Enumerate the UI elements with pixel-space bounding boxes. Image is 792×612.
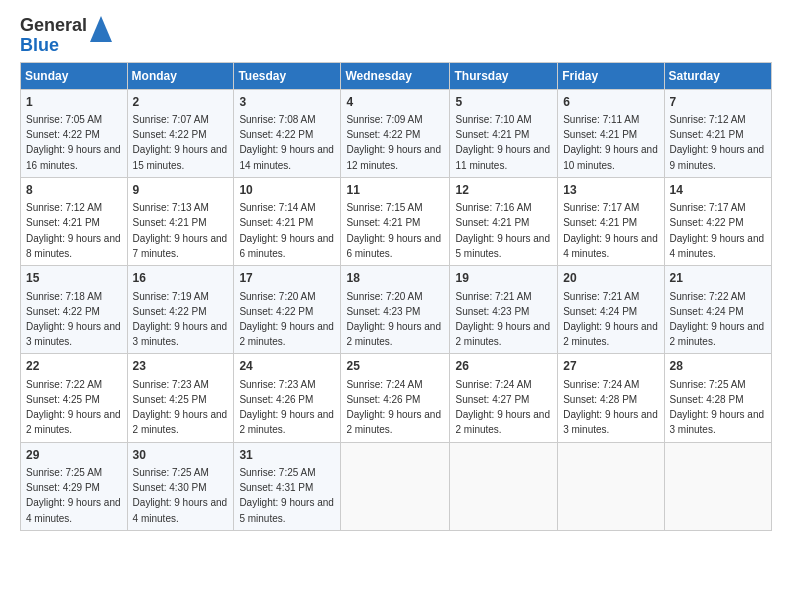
day-number: 6 [563,94,658,111]
day-number: 14 [670,182,766,199]
day-info: Sunrise: 7:23 AMSunset: 4:26 PMDaylight:… [239,379,334,436]
calendar-week-row: 1 Sunrise: 7:05 AMSunset: 4:22 PMDayligh… [21,89,772,177]
svg-marker-0 [90,16,112,42]
day-number: 1 [26,94,122,111]
day-number: 16 [133,270,229,287]
day-info: Sunrise: 7:23 AMSunset: 4:25 PMDaylight:… [133,379,228,436]
day-info: Sunrise: 7:13 AMSunset: 4:21 PMDaylight:… [133,202,228,259]
calendar-day-30: 30 Sunrise: 7:25 AMSunset: 4:30 PMDaylig… [127,442,234,530]
day-info: Sunrise: 7:18 AMSunset: 4:22 PMDaylight:… [26,291,121,348]
calendar-day-13: 13 Sunrise: 7:17 AMSunset: 4:21 PMDaylig… [558,177,664,265]
day-info: Sunrise: 7:20 AMSunset: 4:23 PMDaylight:… [346,291,441,348]
day-number: 25 [346,358,444,375]
day-info: Sunrise: 7:25 AMSunset: 4:31 PMDaylight:… [239,467,334,524]
day-number: 30 [133,447,229,464]
day-number: 22 [26,358,122,375]
calendar-day-28: 28 Sunrise: 7:25 AMSunset: 4:28 PMDaylig… [664,354,771,442]
calendar-day-20: 20 Sunrise: 7:21 AMSunset: 4:24 PMDaylig… [558,266,664,354]
calendar-day-10: 10 Sunrise: 7:14 AMSunset: 4:21 PMDaylig… [234,177,341,265]
header: General Blue [20,16,772,56]
day-number: 18 [346,270,444,287]
day-info: Sunrise: 7:25 AMSunset: 4:29 PMDaylight:… [26,467,121,524]
empty-day [664,442,771,530]
day-info: Sunrise: 7:17 AMSunset: 4:21 PMDaylight:… [563,202,658,259]
day-info: Sunrise: 7:12 AMSunset: 4:21 PMDaylight:… [670,114,765,171]
day-info: Sunrise: 7:25 AMSunset: 4:30 PMDaylight:… [133,467,228,524]
day-number: 23 [133,358,229,375]
day-info: Sunrise: 7:21 AMSunset: 4:24 PMDaylight:… [563,291,658,348]
day-number: 7 [670,94,766,111]
calendar-day-17: 17 Sunrise: 7:20 AMSunset: 4:22 PMDaylig… [234,266,341,354]
logo-blue: Blue [20,35,59,55]
calendar-header-row: SundayMondayTuesdayWednesdayThursdayFrid… [21,62,772,89]
day-number: 3 [239,94,335,111]
day-number: 4 [346,94,444,111]
day-number: 11 [346,182,444,199]
calendar-day-3: 3 Sunrise: 7:08 AMSunset: 4:22 PMDayligh… [234,89,341,177]
empty-day [450,442,558,530]
calendar-day-5: 5 Sunrise: 7:10 AMSunset: 4:21 PMDayligh… [450,89,558,177]
calendar-day-12: 12 Sunrise: 7:16 AMSunset: 4:21 PMDaylig… [450,177,558,265]
calendar-header-sunday: Sunday [21,62,128,89]
day-info: Sunrise: 7:24 AMSunset: 4:28 PMDaylight:… [563,379,658,436]
day-number: 5 [455,94,552,111]
calendar-day-1: 1 Sunrise: 7:05 AMSunset: 4:22 PMDayligh… [21,89,128,177]
day-number: 24 [239,358,335,375]
day-info: Sunrise: 7:10 AMSunset: 4:21 PMDaylight:… [455,114,550,171]
day-number: 29 [26,447,122,464]
day-info: Sunrise: 7:22 AMSunset: 4:24 PMDaylight:… [670,291,765,348]
day-number: 31 [239,447,335,464]
calendar-day-27: 27 Sunrise: 7:24 AMSunset: 4:28 PMDaylig… [558,354,664,442]
day-number: 2 [133,94,229,111]
calendar-day-11: 11 Sunrise: 7:15 AMSunset: 4:21 PMDaylig… [341,177,450,265]
day-info: Sunrise: 7:05 AMSunset: 4:22 PMDaylight:… [26,114,121,171]
calendar-day-18: 18 Sunrise: 7:20 AMSunset: 4:23 PMDaylig… [341,266,450,354]
calendar-day-29: 29 Sunrise: 7:25 AMSunset: 4:29 PMDaylig… [21,442,128,530]
calendar-header-friday: Friday [558,62,664,89]
day-info: Sunrise: 7:11 AMSunset: 4:21 PMDaylight:… [563,114,658,171]
calendar-header-monday: Monday [127,62,234,89]
logo-icon [90,14,112,44]
calendar-header-saturday: Saturday [664,62,771,89]
day-info: Sunrise: 7:08 AMSunset: 4:22 PMDaylight:… [239,114,334,171]
page: General Blue SundayMondayTuesdayWednesda… [0,0,792,612]
empty-day [558,442,664,530]
day-info: Sunrise: 7:19 AMSunset: 4:22 PMDaylight:… [133,291,228,348]
day-info: Sunrise: 7:16 AMSunset: 4:21 PMDaylight:… [455,202,550,259]
calendar-day-21: 21 Sunrise: 7:22 AMSunset: 4:24 PMDaylig… [664,266,771,354]
calendar-day-26: 26 Sunrise: 7:24 AMSunset: 4:27 PMDaylig… [450,354,558,442]
calendar-day-23: 23 Sunrise: 7:23 AMSunset: 4:25 PMDaylig… [127,354,234,442]
calendar-table: SundayMondayTuesdayWednesdayThursdayFrid… [20,62,772,531]
day-info: Sunrise: 7:20 AMSunset: 4:22 PMDaylight:… [239,291,334,348]
day-info: Sunrise: 7:12 AMSunset: 4:21 PMDaylight:… [26,202,121,259]
calendar-day-24: 24 Sunrise: 7:23 AMSunset: 4:26 PMDaylig… [234,354,341,442]
day-info: Sunrise: 7:22 AMSunset: 4:25 PMDaylight:… [26,379,121,436]
calendar-day-22: 22 Sunrise: 7:22 AMSunset: 4:25 PMDaylig… [21,354,128,442]
day-number: 9 [133,182,229,199]
day-info: Sunrise: 7:24 AMSunset: 4:27 PMDaylight:… [455,379,550,436]
calendar-day-7: 7 Sunrise: 7:12 AMSunset: 4:21 PMDayligh… [664,89,771,177]
empty-day [341,442,450,530]
day-number: 17 [239,270,335,287]
day-number: 8 [26,182,122,199]
calendar-day-2: 2 Sunrise: 7:07 AMSunset: 4:22 PMDayligh… [127,89,234,177]
day-number: 21 [670,270,766,287]
calendar-day-9: 9 Sunrise: 7:13 AMSunset: 4:21 PMDayligh… [127,177,234,265]
calendar-day-16: 16 Sunrise: 7:19 AMSunset: 4:22 PMDaylig… [127,266,234,354]
calendar-day-15: 15 Sunrise: 7:18 AMSunset: 4:22 PMDaylig… [21,266,128,354]
day-number: 27 [563,358,658,375]
day-info: Sunrise: 7:24 AMSunset: 4:26 PMDaylight:… [346,379,441,436]
day-number: 13 [563,182,658,199]
day-number: 28 [670,358,766,375]
day-info: Sunrise: 7:14 AMSunset: 4:21 PMDaylight:… [239,202,334,259]
calendar-week-row: 15 Sunrise: 7:18 AMSunset: 4:22 PMDaylig… [21,266,772,354]
logo-general: General [20,15,87,35]
calendar-day-19: 19 Sunrise: 7:21 AMSunset: 4:23 PMDaylig… [450,266,558,354]
calendar-day-31: 31 Sunrise: 7:25 AMSunset: 4:31 PMDaylig… [234,442,341,530]
day-info: Sunrise: 7:15 AMSunset: 4:21 PMDaylight:… [346,202,441,259]
calendar-day-4: 4 Sunrise: 7:09 AMSunset: 4:22 PMDayligh… [341,89,450,177]
logo: General Blue [20,16,112,56]
calendar-week-row: 8 Sunrise: 7:12 AMSunset: 4:21 PMDayligh… [21,177,772,265]
calendar-day-25: 25 Sunrise: 7:24 AMSunset: 4:26 PMDaylig… [341,354,450,442]
day-info: Sunrise: 7:07 AMSunset: 4:22 PMDaylight:… [133,114,228,171]
